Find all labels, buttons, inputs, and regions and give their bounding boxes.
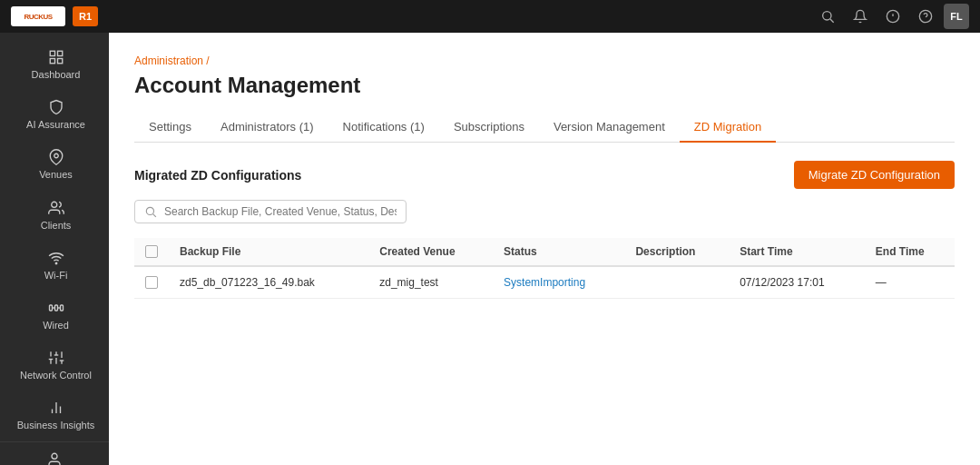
svg-point-32	[146, 207, 153, 214]
page-title: Account Management	[134, 73, 955, 98]
svg-rect-16	[60, 305, 63, 311]
sidebar-bottom: Administration	[0, 441, 109, 466]
table-header: Backup File Created Venue Status Descrip…	[134, 238, 955, 266]
sidebar-item-venues-label: Venues	[39, 169, 73, 181]
main-layout: Dashboard AI Assurance Venues Clients Wi…	[0, 33, 980, 465]
content-area: Administration / Account Management Sett…	[109, 33, 980, 465]
svg-rect-9	[50, 59, 54, 64]
sidebar-item-network-label: Network Control	[20, 370, 92, 381]
migrate-zd-button[interactable]: Migrate ZD Configuration	[794, 161, 955, 189]
notifications-button[interactable]	[846, 2, 875, 31]
sidebar-item-dashboard-label: Dashboard	[32, 69, 81, 81]
sidebar-item-dashboard[interactable]: Dashboard	[0, 40, 109, 90]
status-link[interactable]: SystemImporting	[504, 276, 585, 289]
users-icon	[48, 200, 64, 216]
help-button[interactable]	[911, 2, 940, 31]
svg-point-12	[51, 202, 56, 207]
svg-rect-7	[50, 51, 54, 55]
sidebar: Dashboard AI Assurance Venues Clients Wi…	[0, 33, 109, 465]
sidebar-item-wifi[interactable]: Wi-Fi	[0, 241, 109, 291]
col-status: Status	[493, 238, 624, 266]
svg-line-1	[830, 19, 834, 23]
cell-created-venue: zd_mig_test	[368, 266, 493, 299]
help-icon	[918, 9, 933, 24]
topbar-right: FL	[813, 2, 969, 31]
sidebar-item-wired[interactable]: Wired	[0, 291, 109, 341]
user-avatar[interactable]: FL	[944, 4, 969, 29]
sidebar-item-network-control[interactable]: Network Control	[0, 341, 109, 391]
sidebar-item-ai-label: AI Assurance	[26, 119, 85, 131]
logo-text: RUCKUS	[24, 13, 52, 21]
col-end-time: End Time	[865, 238, 955, 266]
sidebar-item-clients[interactable]: Clients	[0, 191, 109, 241]
col-description: Description	[624, 238, 729, 266]
svg-rect-10	[57, 59, 62, 64]
col-start-time: Start Time	[729, 238, 865, 266]
tab-administrators[interactable]: Administrators (1)	[206, 113, 328, 143]
svg-point-11	[54, 154, 58, 159]
table-header-row: Backup File Created Venue Status Descrip…	[134, 238, 955, 266]
tab-zd-migration[interactable]: ZD Migration	[680, 113, 776, 143]
section-title: Migrated ZD Configurations	[134, 168, 301, 183]
sidebar-item-clients-label: Clients	[41, 220, 72, 232]
sidebar-item-venues[interactable]: Venues	[0, 140, 109, 190]
info-icon	[886, 9, 900, 24]
col-checkbox	[134, 238, 169, 266]
select-all-checkbox[interactable]	[145, 245, 158, 258]
sidebar-item-business-label: Business Insights	[17, 420, 95, 431]
sidebar-item-business-insights[interactable]: Business Insights	[0, 391, 109, 440]
search-icon	[820, 9, 835, 24]
info-button[interactable]	[878, 2, 907, 31]
chart-icon	[48, 400, 64, 416]
sidebar-item-wired-label: Wired	[43, 320, 69, 331]
location-icon	[48, 149, 64, 165]
svg-point-31	[52, 453, 57, 459]
cell-start-time: 07/12/2023 17:01	[729, 266, 865, 299]
tab-settings[interactable]: Settings	[134, 113, 206, 143]
search-bar	[134, 200, 407, 223]
col-created-venue: Created Venue	[368, 238, 493, 266]
svg-point-13	[55, 262, 57, 264]
shield-icon	[48, 99, 64, 115]
sliders-icon	[48, 350, 64, 366]
col-backup-file: Backup File	[169, 238, 368, 266]
svg-point-0	[823, 12, 831, 20]
wired-icon	[48, 300, 64, 316]
breadcrumb[interactable]: Administration /	[134, 54, 955, 67]
page-content: Administration / Account Management Sett…	[109, 33, 980, 465]
bell-icon	[853, 9, 867, 24]
sidebar-item-ai-assurance[interactable]: AI Assurance	[0, 90, 109, 140]
tab-notifications[interactable]: Notifications (1)	[328, 113, 439, 143]
grid-icon	[48, 49, 64, 65]
topbar-left: RUCKUS R1	[11, 6, 98, 26]
sidebar-item-administration[interactable]: Administration	[0, 442, 109, 466]
topbar: RUCKUS R1 FL	[0, 0, 980, 33]
row-checkbox[interactable]	[145, 276, 158, 289]
svg-rect-8	[57, 51, 62, 55]
admin-icon	[46, 451, 63, 466]
tab-subscriptions[interactable]: Subscriptions	[439, 113, 539, 143]
cell-description	[624, 266, 729, 299]
wifi-icon	[48, 250, 64, 266]
svg-rect-14	[49, 305, 52, 311]
r1-badge: R1	[73, 6, 98, 26]
search-input[interactable]	[164, 205, 397, 218]
r1-label: R1	[79, 11, 92, 22]
search-button[interactable]	[813, 2, 842, 31]
search-bar-icon	[144, 205, 157, 218]
cell-backup-file: zd5_db_071223_16_49.bak	[169, 266, 368, 299]
sidebar-item-wifi-label: Wi-Fi	[44, 270, 68, 282]
table-row: zd5_db_071223_16_49.bak zd_mig_test Syst…	[134, 266, 955, 299]
tabs: Settings Administrators (1) Notification…	[134, 113, 955, 143]
section-header: Migrated ZD Configurations Migrate ZD Co…	[134, 161, 955, 189]
row-checkbox-cell	[134, 266, 169, 299]
ruckus-logo: RUCKUS	[11, 6, 65, 26]
tab-version-management[interactable]: Version Management	[539, 113, 680, 143]
cell-end-time: —	[865, 266, 955, 299]
table-body: zd5_db_071223_16_49.bak zd_mig_test Syst…	[134, 266, 955, 299]
svg-rect-15	[54, 305, 57, 311]
migrations-table: Backup File Created Venue Status Descrip…	[134, 238, 955, 299]
user-initials: FL	[950, 11, 962, 22]
svg-line-33	[153, 214, 156, 217]
cell-status: SystemImporting	[493, 266, 624, 299]
